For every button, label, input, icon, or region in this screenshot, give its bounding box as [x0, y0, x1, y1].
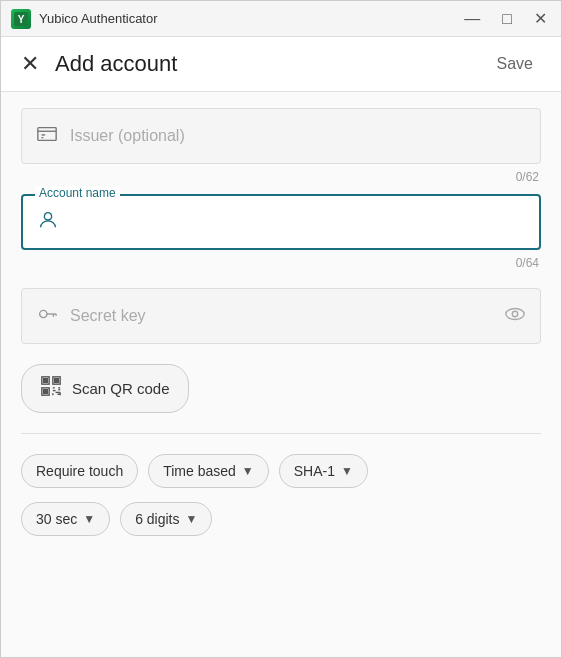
- options-divider: [21, 433, 541, 434]
- digits-label: 6 digits: [135, 511, 179, 527]
- issuer-icon: [36, 123, 58, 150]
- sha-chevron-icon: ▼: [341, 464, 353, 478]
- app-icon: Y: [11, 9, 31, 29]
- duration-label: 30 sec: [36, 511, 77, 527]
- svg-rect-18: [44, 390, 48, 394]
- account-name-label: Account name: [35, 186, 120, 200]
- account-name-char-count: 0/64: [21, 254, 541, 276]
- header-left: ✕ Add account: [21, 51, 177, 77]
- form-content: 0/62 Account name 0/64: [1, 92, 561, 657]
- account-icon: [37, 209, 59, 236]
- scan-qr-label: Scan QR code: [72, 380, 170, 397]
- issuer-field-wrapper: [21, 108, 541, 164]
- title-bar: Y Yubico Authenticator — □ ✕: [1, 1, 561, 37]
- account-name-input[interactable]: [71, 213, 525, 231]
- time-based-button[interactable]: Time based ▼: [148, 454, 269, 488]
- digits-chevron-icon: ▼: [186, 512, 198, 526]
- time-based-chevron-icon: ▼: [242, 464, 254, 478]
- toggle-visibility-icon[interactable]: [504, 303, 526, 330]
- require-touch-button[interactable]: Require touch: [21, 454, 138, 488]
- title-bar-left: Y Yubico Authenticator: [11, 9, 158, 29]
- minimize-button[interactable]: —: [460, 9, 484, 29]
- digits-button[interactable]: 6 digits ▼: [120, 502, 212, 536]
- svg-rect-14: [44, 379, 48, 383]
- key-icon: [36, 303, 58, 330]
- app-window: Y Yubico Authenticator — □ ✕ ✕ Add accou…: [0, 0, 562, 658]
- duration-chevron-icon: ▼: [83, 512, 95, 526]
- scan-qr-button[interactable]: Scan QR code: [21, 364, 189, 413]
- options-row-1: Require touch Time based ▼ SHA-1 ▼: [21, 454, 541, 488]
- back-close-button[interactable]: ✕: [21, 53, 39, 75]
- secret-key-input[interactable]: [70, 307, 492, 325]
- sha-button[interactable]: SHA-1 ▼: [279, 454, 368, 488]
- duration-button[interactable]: 30 sec ▼: [21, 502, 110, 536]
- app-title: Yubico Authenticator: [39, 11, 158, 26]
- save-button[interactable]: Save: [489, 51, 541, 77]
- window-close-button[interactable]: ✕: [530, 9, 551, 29]
- svg-point-7: [40, 310, 47, 317]
- svg-point-6: [44, 212, 51, 219]
- qr-icon: [40, 375, 62, 402]
- svg-text:Y: Y: [18, 14, 25, 25]
- account-name-wrapper: Account name: [21, 194, 541, 250]
- time-based-label: Time based: [163, 463, 236, 479]
- page-title: Add account: [55, 51, 177, 77]
- svg-point-12: [512, 311, 518, 317]
- secret-key-wrapper: [21, 288, 541, 344]
- maximize-button[interactable]: □: [498, 9, 516, 29]
- options-row-2: 30 sec ▼ 6 digits ▼: [21, 502, 541, 536]
- require-touch-label: Require touch: [36, 463, 123, 479]
- page-header: ✕ Add account Save: [1, 37, 561, 92]
- svg-point-11: [506, 308, 524, 319]
- svg-rect-16: [55, 379, 59, 383]
- svg-rect-2: [38, 127, 56, 140]
- issuer-input[interactable]: [70, 127, 526, 145]
- title-bar-controls: — □ ✕: [460, 9, 551, 29]
- sha-label: SHA-1: [294, 463, 335, 479]
